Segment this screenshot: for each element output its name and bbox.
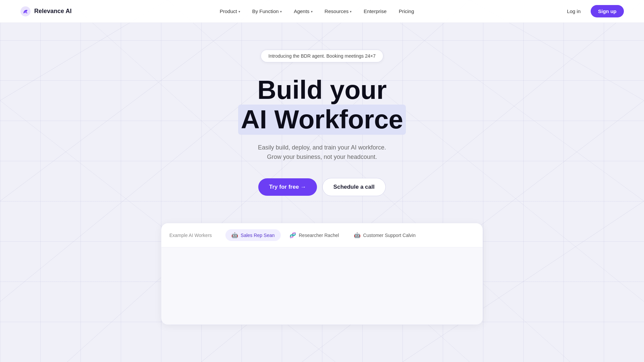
nav-item-by-function[interactable]: By Function ▾: [248, 6, 286, 17]
chevron-down-icon: ▾: [280, 10, 282, 13]
chevron-down-icon: ▾: [311, 10, 313, 13]
logo-icon: [20, 6, 31, 17]
nav-item-pricing[interactable]: Pricing: [394, 6, 419, 17]
worker-emoji-calvin: 🤖: [354, 232, 361, 238]
ai-worker-tabs: 🤖 Sales Rep Sean 🧬 Researcher Rachel 🤖 C…: [225, 229, 422, 241]
ai-workers-label: Example AI Workers: [169, 233, 212, 238]
signup-button[interactable]: Sign up: [591, 5, 624, 17]
hero-title: Build your AI Workforce: [238, 76, 406, 135]
schedule-call-button[interactable]: Schedule a call: [322, 178, 386, 196]
nav-logo[interactable]: Relevance AI: [20, 6, 71, 17]
hero-subtitle: Easily build, deploy, and train your AI …: [258, 143, 386, 162]
hero-title-highlight: AI Workforce: [238, 105, 406, 135]
try-for-free-button[interactable]: Try for free →: [258, 178, 317, 196]
hero-actions: Try for free → Schedule a call: [258, 178, 385, 196]
ai-workers-content: [161, 247, 483, 324]
nav-item-resources[interactable]: Resources ▾: [320, 6, 357, 17]
worker-emoji-sean: 🤖: [231, 232, 238, 238]
nav-actions: Log in Sign up: [562, 5, 624, 17]
nav-item-agents[interactable]: Agents ▾: [289, 6, 317, 17]
ai-worker-tab-calvin[interactable]: 🤖 Customer Support Calvin: [348, 229, 422, 241]
chevron-down-icon: ▾: [238, 10, 240, 13]
nav-item-product[interactable]: Product ▾: [215, 6, 245, 17]
worker-emoji-rachel: 🧬: [289, 232, 296, 238]
nav-links: Product ▾ By Function ▾ Agents ▾ Resourc…: [215, 6, 419, 17]
chevron-down-icon: ▾: [350, 10, 352, 13]
nav-item-enterprise[interactable]: Enterprise: [359, 6, 391, 17]
logo-text: Relevance AI: [34, 8, 71, 15]
ai-worker-tab-sean[interactable]: 🤖 Sales Rep Sean: [225, 229, 281, 241]
login-button[interactable]: Log in: [562, 6, 585, 17]
ai-workers-card: Example AI Workers 🤖 Sales Rep Sean 🧬 Re…: [161, 223, 483, 325]
ai-worker-tab-rachel[interactable]: 🧬 Researcher Rachel: [283, 229, 345, 241]
hero-section: Introducing the BDR agent. Booking meeti…: [0, 23, 644, 345]
hero-badge: Introducing the BDR agent. Booking meeti…: [261, 50, 383, 62]
ai-workers-header: Example AI Workers 🤖 Sales Rep Sean 🧬 Re…: [161, 223, 483, 247]
navbar: Relevance AI Product ▾ By Function ▾ Age…: [0, 0, 644, 23]
